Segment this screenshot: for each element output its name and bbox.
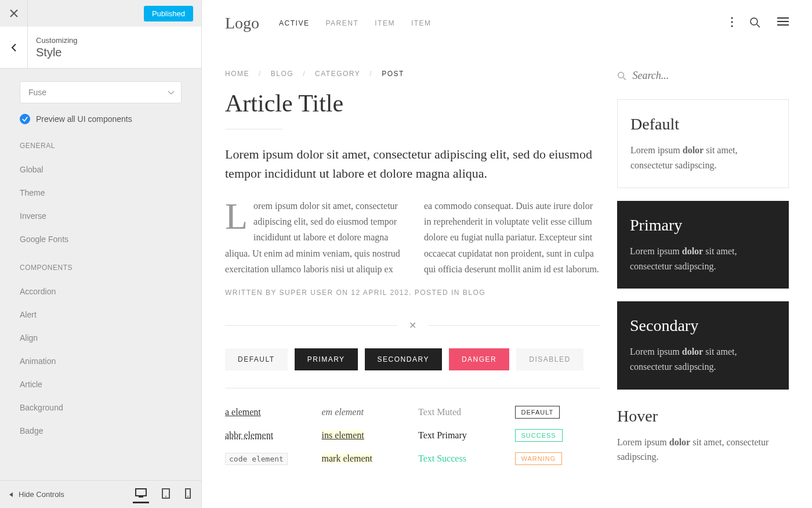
search-input[interactable]: [632, 70, 789, 82]
button-row: DEFAULT PRIMARY SECONDARY DANGER DISABLE…: [225, 348, 600, 370]
desktop-icon[interactable]: [133, 486, 149, 503]
sidebar-item-align[interactable]: Align: [20, 326, 182, 350]
section-title: Style: [36, 46, 78, 59]
card-text: Lorem ipsum dolor sit amet, consectetur …: [630, 244, 776, 273]
top-nav: ACTIVE PARENT ITEM ITEM: [279, 19, 431, 27]
ins-element: ins element: [322, 430, 364, 440]
style-select[interactable]: Fuse: [20, 81, 182, 103]
svg-point-10: [731, 21, 733, 23]
sidebar-item-alert[interactable]: Alert: [20, 303, 182, 326]
sidebar-topbar: Published: [0, 0, 201, 27]
sidebar-body: Fuse Preview all UI components GENERAL G…: [0, 69, 201, 480]
preview-topbar: Logo ACTIVE PARENT ITEM ITEM: [202, 0, 812, 46]
abbr-element: abbr element: [225, 430, 310, 441]
danger-button[interactable]: DANGER: [449, 348, 509, 370]
label-default: DEFAULT: [515, 406, 560, 419]
svg-marker-2: [9, 492, 13, 497]
sidebar-item-theme[interactable]: Theme: [20, 181, 182, 204]
mobile-icon[interactable]: [183, 486, 193, 503]
article-title: Article Title: [225, 89, 600, 117]
breadcrumb-separator: /: [259, 70, 262, 78]
svg-point-11: [731, 25, 733, 27]
article-body: Lorem ipsum dolor sit amet, consectetur …: [225, 198, 600, 277]
card-title: Default: [630, 115, 775, 134]
text-primary: Text Primary: [418, 430, 503, 441]
svg-point-8: [187, 496, 188, 497]
default-button[interactable]: DEFAULT: [225, 348, 288, 370]
primary-button[interactable]: PRIMARY: [295, 348, 358, 370]
label-warning: WARNING: [515, 452, 563, 465]
card-title: Primary: [630, 216, 776, 235]
svg-point-12: [751, 18, 757, 25]
card-primary: Primary Lorem ipsum dolor sit amet, cons…: [617, 201, 789, 289]
hover-text: Lorem ipsum dolor sit amet, consectetur …: [617, 435, 789, 464]
menu-icon[interactable]: [777, 17, 789, 30]
card-text: Lorem ipsum dolor sit amet, consectetur …: [630, 143, 775, 172]
svg-rect-3: [136, 489, 146, 496]
preview-toggle[interactable]: Preview all UI components: [20, 114, 182, 124]
secondary-button[interactable]: SECONDARY: [365, 348, 442, 370]
close-button[interactable]: [0, 0, 28, 27]
article-meta: WRITTEN BY SUPER USER ON 12 APRIL 2012. …: [225, 289, 600, 297]
customizing-label: Customizing: [36, 36, 78, 45]
card-secondary: Secondary Lorem ipsum dolor sit amet, co…: [617, 301, 789, 389]
check-icon: [20, 114, 30, 124]
svg-point-6: [165, 496, 166, 497]
svg-point-17: [618, 72, 624, 78]
card-title: Secondary: [630, 316, 776, 335]
sidebar-item-background[interactable]: Background: [20, 396, 182, 419]
code-element: code element: [225, 453, 288, 465]
svg-point-9: [731, 17, 733, 19]
nav-item-active[interactable]: ACTIVE: [279, 19, 309, 27]
sidebar-right: Default Lorem ipsum dolor sit amet, cons…: [617, 46, 789, 465]
preview-label: Preview all UI components: [36, 114, 132, 124]
breadcrumb-separator: /: [369, 70, 372, 78]
nav-item[interactable]: ITEM: [411, 19, 432, 27]
hide-controls-button[interactable]: Hide Controls: [8, 490, 64, 499]
breadcrumb-current: POST: [382, 70, 404, 78]
publish-button[interactable]: Published: [144, 6, 193, 21]
text-muted: Text Muted: [418, 407, 503, 417]
hide-controls-label: Hide Controls: [19, 490, 64, 499]
nav-item[interactable]: ITEM: [375, 19, 395, 27]
divider-icon: ✕: [225, 320, 600, 331]
sidebar-item-global[interactable]: Global: [20, 158, 182, 181]
sidebar-item-inverse[interactable]: Inverse: [20, 204, 182, 228]
divider: [225, 129, 283, 129]
breadcrumb-item[interactable]: BLOG: [271, 70, 293, 78]
em-element: em element: [322, 407, 407, 417]
tablet-icon[interactable]: [160, 486, 172, 503]
a-element[interactable]: a element: [225, 407, 310, 417]
svg-line-13: [757, 24, 760, 27]
breadcrumb: HOME / BLOG / CATEGORY / POST: [225, 70, 600, 78]
group-heading: COMPONENTS: [20, 264, 182, 272]
svg-line-18: [624, 77, 626, 80]
preview-pane: Logo ACTIVE PARENT ITEM ITEM: [202, 0, 812, 508]
logo[interactable]: Logo: [225, 14, 259, 33]
card-default: Default Lorem ipsum dolor sit amet, cons…: [617, 99, 789, 188]
nav-item-parent[interactable]: PARENT: [325, 19, 358, 27]
divider: [225, 388, 600, 388]
breadcrumb-separator: /: [303, 70, 306, 78]
disabled-button: DISABLED: [516, 348, 583, 370]
sidebar-footer: Hide Controls: [0, 480, 201, 508]
card-text: Lorem ipsum dolor sit amet, consectetur …: [630, 344, 776, 374]
breadcrumb-item[interactable]: HOME: [225, 70, 249, 78]
sidebar-item-accordion[interactable]: Accordion: [20, 280, 182, 303]
lead-text: Lorem ipsum dolor sit amet, consectetur …: [225, 145, 600, 183]
label-success: SUCCESS: [515, 429, 563, 442]
sidebar-item-google-fonts[interactable]: Google Fonts: [20, 228, 182, 251]
more-icon[interactable]: [731, 17, 733, 30]
group-heading: GENERAL: [20, 142, 182, 150]
sidebar-item-article[interactable]: Article: [20, 373, 182, 396]
customizer-sidebar: Published Customizing Style Fuse: [0, 0, 202, 508]
sidebar-header: Customizing Style: [0, 27, 201, 69]
sidebar-item-animation[interactable]: Animation: [20, 350, 182, 373]
search-box[interactable]: [617, 70, 789, 82]
search-icon[interactable]: [749, 17, 761, 30]
main-content: HOME / BLOG / CATEGORY / POST Article Ti…: [225, 46, 600, 465]
back-button[interactable]: [0, 27, 28, 69]
sidebar-item-badge[interactable]: Badge: [20, 419, 182, 442]
text-success: Text Success: [418, 453, 503, 464]
breadcrumb-item[interactable]: CATEGORY: [315, 70, 360, 78]
